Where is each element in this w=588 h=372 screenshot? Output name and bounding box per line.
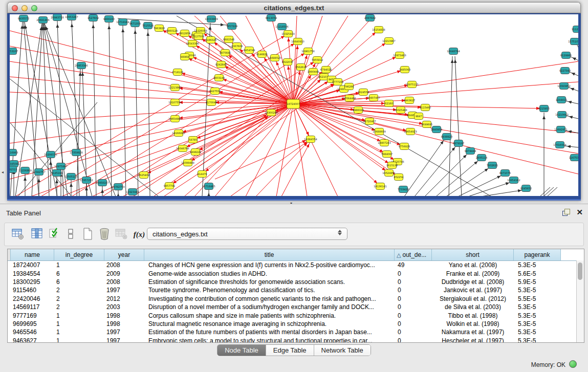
graph-node-label: 20943718 xyxy=(51,16,63,19)
table-row[interactable]: 2242004622012Investigating the contribut… xyxy=(8,295,584,303)
graph-node-label: 2087682 xyxy=(364,16,376,19)
graph-node-label: 9671358 xyxy=(129,22,141,25)
scrollbar-thumb[interactable] xyxy=(578,262,582,280)
cell-in_degree: 1 xyxy=(54,261,104,269)
graph-node-label: 8912954 xyxy=(179,32,190,35)
graph-node-label: 8813054 xyxy=(266,16,277,19)
float-panel-icon[interactable] xyxy=(562,209,570,216)
graph-node-label: 2367608 xyxy=(231,45,243,48)
column-header-year[interactable]: year xyxy=(104,249,144,260)
cell-name: 9699695 xyxy=(11,320,54,328)
table-row[interactable]: 1872400712008Changes of HCN gene express… xyxy=(8,261,584,269)
network-canvas-area[interactable]: 9435572206914062094371810653287152760294… xyxy=(10,14,578,196)
cell-name: 18300295 xyxy=(11,278,54,286)
cell-year: 2008 xyxy=(104,261,144,269)
graph-node-label: 9127508 xyxy=(193,35,204,38)
graph-node-label: 8322037 xyxy=(282,60,293,63)
close-panel-icon[interactable]: ✕ xyxy=(576,209,583,216)
table-row[interactable]: 911546021997Tourette syndrome. Phenomeno… xyxy=(8,286,584,294)
column-header-pagerank[interactable]: pagerank xyxy=(514,249,561,260)
table-header-row: namein_degreeyeartitle△out_de...shortpag… xyxy=(8,249,584,261)
cell-out_de: 0 xyxy=(395,320,432,328)
table-selector-dropdown[interactable]: citations_edges.txt xyxy=(147,228,347,240)
graph-node-label: 9857791 xyxy=(164,184,175,187)
row-height-button[interactable] xyxy=(63,227,78,242)
graph-node-label: 12342757 xyxy=(32,170,45,173)
cell-out_de: 49 xyxy=(395,261,432,269)
table-row[interactable]: 1456911722003Disruption of a novel membe… xyxy=(8,303,584,311)
graph-node-label: 1990448 xyxy=(308,70,319,73)
cell-pagerank: 5.3E-5 xyxy=(514,311,561,319)
graph-node-label: 18543396 xyxy=(186,42,199,45)
table-settings-button[interactable] xyxy=(11,227,25,242)
cell-year: 2003 xyxy=(104,303,144,311)
cell-title: Structural magnetic resonance image aver… xyxy=(144,320,395,328)
cell-name: 19384554 xyxy=(11,269,54,277)
tab-edge-table[interactable]: Edge Table xyxy=(266,345,314,356)
select-columns-button[interactable] xyxy=(48,227,62,242)
network-window-titlebar[interactable]: citations_edges.txt xyxy=(7,2,581,13)
delete-table-button[interactable] xyxy=(97,227,112,242)
table-toolbar: f(x) citations_edges.txt xyxy=(4,223,584,246)
left-splitter-grip[interactable]: ◂ xyxy=(2,170,4,174)
table-row[interactable]: 969969511998Structural magnetic resonanc… xyxy=(8,320,584,328)
function-builder-button[interactable]: f(x) xyxy=(130,227,148,242)
graph-node-label: 7625402 xyxy=(138,173,149,177)
cell-title: Embryonic stem cells: a model to study s… xyxy=(144,337,395,343)
sort-ascending-icon: △ xyxy=(397,252,401,258)
graph-node-label: 1840954 xyxy=(431,128,442,131)
cell-title: Tourette syndrome. Phenomenology and cla… xyxy=(144,286,395,294)
graph-node-label: 9146821 xyxy=(256,53,268,56)
column-header-title[interactable]: title xyxy=(144,249,395,260)
graph-node-label: 9777169 xyxy=(332,80,343,83)
graph-node-label: 7963822 xyxy=(154,27,165,30)
cell-out_de: 0 xyxy=(395,311,432,319)
column-header-in_degree[interactable]: in_degree xyxy=(54,249,104,260)
graph-node-label: 20206576 xyxy=(44,153,57,156)
cell-in_degree: 2 xyxy=(54,286,104,294)
graph-node-label: 1112748 xyxy=(572,28,578,31)
cell-year: 1998 xyxy=(104,320,144,328)
memory-status-indicator[interactable] xyxy=(569,360,577,368)
cell-pagerank: 5.3E-5 xyxy=(514,337,561,343)
cell-name: 18724007 xyxy=(11,261,54,269)
cell-title: Corpus callosum shape and size in male p… xyxy=(144,311,395,319)
graph-node-label: 746266 xyxy=(344,85,354,88)
graph-node-label: 14136141 xyxy=(374,185,386,188)
table-row[interactable]: 977716911998Corpus callosum shape and si… xyxy=(8,311,584,319)
tab-network-table[interactable]: Network Table xyxy=(314,345,371,356)
graph-node-label: 10975887 xyxy=(54,165,67,168)
table-row[interactable]: 1830029562008Estimation of significance … xyxy=(8,278,584,286)
column-header-name[interactable]: name xyxy=(11,249,54,260)
graph-node-label: 2053107 xyxy=(10,50,18,53)
table-row[interactable]: 1938455462009Genome-wide association stu… xyxy=(8,269,584,277)
graph-node-label: 18300295 xyxy=(265,111,277,114)
graph-node-label: 914479 xyxy=(197,172,207,176)
graph-node-label: 16782759 xyxy=(112,185,124,188)
graph-node-label: 19654923 xyxy=(404,130,417,133)
new-table-button[interactable] xyxy=(80,227,95,242)
tab-node-table[interactable]: Node Table xyxy=(217,345,266,356)
graph-node-label: 9881546 xyxy=(223,38,234,41)
table-row[interactable]: 946554611997Estimation of the future num… xyxy=(8,328,584,336)
column-header-out_de[interactable]: △out_de... xyxy=(395,249,432,260)
graph-node-label: 12505115 xyxy=(64,175,77,178)
cell-in_degree: 1 xyxy=(54,311,104,319)
cell-title: Estimation of significance thresholds fo… xyxy=(144,278,395,286)
graph-node-label: 991513 xyxy=(10,168,17,171)
table-header-filler xyxy=(561,249,584,260)
graph-node-label: 9875685 xyxy=(220,51,231,54)
graph-node-label: 2516963 xyxy=(10,151,18,154)
table-tabs: Node TableEdge TableNetwork Table xyxy=(0,344,588,358)
graph-node-label: 1562615 xyxy=(295,65,307,69)
show-column-button[interactable] xyxy=(30,227,44,242)
table-row[interactable]: 946362711997Embryonic stem cells: a mode… xyxy=(8,337,584,343)
cell-in_degree: 6 xyxy=(54,269,104,277)
cell-title: Changes of HCN gene expression and I(f) … xyxy=(144,261,395,269)
cell-pagerank: 5.3E-5 xyxy=(514,261,561,269)
cell-pagerank: 5.5E-5 xyxy=(514,295,561,303)
column-header-short[interactable]: short xyxy=(432,249,514,260)
graph-node-label: 9129966 xyxy=(560,54,572,57)
vertical-scrollbar[interactable] xyxy=(576,260,584,342)
cell-pagerank: 5.6E-5 xyxy=(514,269,561,277)
